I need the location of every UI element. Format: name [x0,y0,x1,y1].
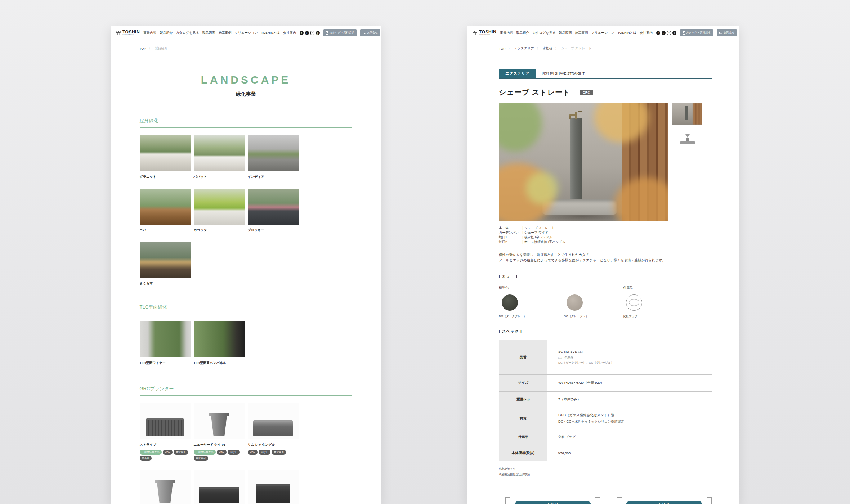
breadcrumb-home[interactable]: TOP [139,47,146,50]
nav-item-drawings[interactable]: 製品図面 [202,31,215,35]
accessory-swatch-plug: 付属品 化粧プラグ [623,285,663,318]
youtube-icon[interactable] [662,31,666,35]
product-card[interactable]: カコッタ [194,189,245,233]
breadcrumb-home[interactable]: TOP [499,47,505,50]
badge: 穴あり [140,456,152,461]
tab-exterior[interactable]: エクステリア [499,69,536,78]
pinterest-icon[interactable] [672,31,676,35]
product-photo [248,470,299,504]
product-photo [248,135,299,171]
nav-item-about[interactable]: TOSHINとは [618,31,636,35]
youtube-icon[interactable] [305,31,309,35]
nav-item-about[interactable]: TOSHINとは [261,31,280,35]
main-nav: 事業内容 製品紹介 カタログを見る 製品図面 施工事例 ソリューション TOSH… [143,31,296,35]
nav-item-solution[interactable]: ソリューション [591,31,614,35]
cta-row: 水栓柱 DOWNLOAD 資料ダウンロードはこちら 水栓柱 [505,497,712,504]
base-plate-drawing [680,141,695,144]
product-card[interactable]: パパット [194,135,245,179]
breadcrumb-water-pillar[interactable]: 水栓柱 [543,46,552,51]
nav-item-drawings[interactable]: 製品図面 [559,31,572,35]
breadcrumb-current: 製品紹介 [155,46,167,51]
configuration-list: 本 体｜シェーブ ストレート ガーデンパン｜シェーブ ワイド 蛇口1｜横水栓 I… [499,226,712,244]
product-card[interactable]: ラスティックKD780 GRC 色変更可 穴あり [248,470,299,504]
badge: GRC [163,450,173,455]
product-card[interactable]: ラスティックK900 GRC 色変更可 穴あり [194,470,245,504]
footnotes: ※寒冷地不可 ※全製品自社空圧試験済 [499,466,712,477]
facebook-icon[interactable] [300,31,304,35]
nav-item-cases[interactable]: 施工事例 [575,31,588,35]
instagram-icon[interactable] [667,31,671,35]
product-photo [194,321,245,357]
download-box[interactable]: 水栓柱 DOWNLOAD 資料ダウンロードはこちら [505,497,600,504]
thumbnail-base-drawing[interactable] [672,129,702,150]
product-card[interactable]: ブロッキー [248,189,299,233]
nav-item-catalog[interactable]: カタログを見る [532,31,555,35]
badge-list: 一部受注生産品 GRC 色変更可 穴あり [140,450,190,461]
product-description: 個性の魅せ方を意識し、削り落とすことで生まれたカタチ。 アールとエッジの組合せに… [499,252,712,263]
nav-item-solution[interactable]: ソリューション [234,31,258,35]
site-header: TOSHIN CORPORATION 事業内容 製品紹介 カタログを見る 製品図… [111,26,381,40]
contact-button[interactable]: お問合せ [360,29,380,36]
product-card[interactable]: リム テーパー GRC 穴なし 色変更可 [140,470,191,504]
faucet-icon [578,111,582,112]
toshin-logo-icon [472,30,478,36]
product-card[interactable]: コパ [140,189,191,233]
nav-item-company[interactable]: 会社案内 [640,31,653,35]
product-card[interactable]: TLC壁面ワイヤー [140,321,191,365]
product-main-photo [499,103,668,221]
toshin-logo[interactable]: TOSHIN CORPORATION [116,30,140,36]
badge: 穴なし [259,450,270,455]
instagram-icon[interactable] [310,31,314,35]
site-header: TOSHIN CORPORATION 事業内容 製品紹介 カタログを見る 製品図… [467,26,739,40]
product-photo [194,470,245,504]
tab-shave-straight[interactable]: [水栓柱] SHAVE STRAIGHT [536,69,590,78]
badge: 色変更可 [272,450,286,455]
breadcrumb-separator: 〉 [149,46,152,50]
badge: GRC [248,450,258,455]
product-title: シェーブ ストレート [499,87,571,97]
color-swatch-row: 標準色 DG（ダークグレー） 標準色 GG（グレージュ） 付属品 化粧プラグ [499,285,712,318]
catalog-request-button[interactable]: カタログ・資料請求 [323,29,357,36]
product-card[interactable]: リム レクタングル GRC 穴なし 色変更可 [248,403,299,461]
badge: 一部受注生産品 [140,450,162,455]
product-card[interactable]: インディア [248,135,299,179]
product-card[interactable]: グラニット [140,135,191,179]
breadcrumb-exterior[interactable]: エクステリア [514,46,534,51]
catalog-request-button[interactable]: カタログ・資料請求 [680,29,713,36]
catalog-box[interactable]: 水栓柱 CATALOG カタログはこちら [617,497,712,504]
thumbnail-photo[interactable] [672,103,702,125]
nav-item-company[interactable]: 会社案内 [283,31,296,35]
nav-item-products[interactable]: 製品紹介 [516,31,529,35]
contact-button[interactable]: お問合せ [717,29,737,36]
main-nav: 事業内容 製品紹介 カタログを見る 製品図面 施工事例 ソリューション TOSH… [500,31,653,35]
nav-item-business[interactable]: 事業内容 [143,31,156,35]
facebook-icon[interactable] [656,31,660,35]
toshin-logo[interactable]: TOSHIN CORPORATION [472,30,496,36]
color-swatch-gg: 標準色 GG（グレージュ） [564,285,607,318]
badge: 色変更可 [174,450,188,455]
chat-icon [719,32,722,34]
logo-subtext: CORPORATION [479,35,496,36]
social-links [300,31,320,35]
nav-item-catalog[interactable]: カタログを見る [176,31,199,35]
section-heading-grc: GRCプランター [140,386,352,396]
product-card[interactable]: ニューヤード ケイ 01 一部受注生産品 GRC 穴なし 色変更可 [194,403,245,461]
nav-item-business[interactable]: 事業内容 [500,31,513,35]
breadcrumb-separator: 〉 [537,46,540,50]
nav-item-products[interactable]: 製品紹介 [160,31,173,35]
outdoor-product-grid: グラニット パパット インディア コパ カコッタ [140,135,352,286]
breadcrumb: TOP 〉 製品紹介 [139,46,381,51]
product-photo [140,321,191,357]
tlc-product-grid: TLC壁面ワイヤー TLC壁面登ハンパネル [140,321,352,365]
product-card[interactable]: まくら木 [140,242,191,286]
page-product-list: TOSHIN CORPORATION 事業内容 製品紹介 カタログを見る 製品図… [111,26,381,504]
product-card[interactable]: ストライプ 一部受注生産品 GRC 色変更可 穴あり [140,403,191,461]
color-swatch-dg: 標準色 DG（ダークグレー） [499,285,547,318]
page-subtitle: 緑化事業 [140,91,352,98]
chat-icon [363,32,366,34]
nav-item-cases[interactable]: 施工事例 [218,31,231,35]
pinterest-icon[interactable] [316,31,320,35]
logo-text: TOSHIN [479,30,496,34]
product-card[interactable]: TLC壁面登ハンパネル [194,321,245,365]
catalog-category-pill: 水栓柱 [626,501,702,504]
